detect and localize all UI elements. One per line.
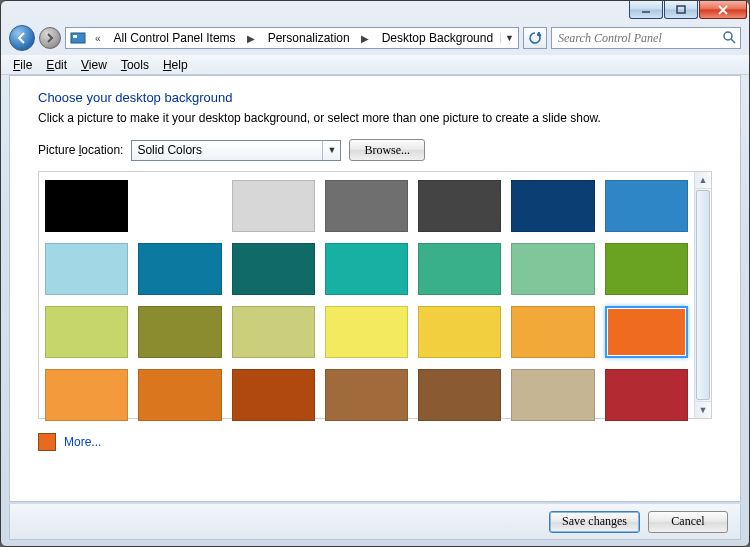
breadcrumb-item[interactable]: Desktop Background bbox=[374, 28, 499, 48]
footer-bar: Save changes Cancel bbox=[9, 504, 741, 540]
scroll-down-button[interactable]: ▼ bbox=[695, 401, 711, 418]
picture-location-combo[interactable]: Solid Colors ▼ bbox=[131, 140, 341, 161]
back-button[interactable] bbox=[9, 25, 35, 51]
menu-bar: File Edit View Tools Help bbox=[1, 55, 749, 75]
forward-button[interactable] bbox=[39, 27, 61, 49]
menu-help[interactable]: Help bbox=[157, 57, 194, 73]
svg-point-7 bbox=[724, 32, 732, 40]
color-swatch[interactable] bbox=[45, 369, 128, 421]
search-input[interactable] bbox=[552, 31, 718, 46]
color-swatch[interactable] bbox=[511, 369, 594, 421]
color-swatch[interactable] bbox=[138, 306, 221, 358]
menu-view[interactable]: View bbox=[75, 57, 113, 73]
svg-rect-5 bbox=[73, 35, 77, 38]
maximize-button[interactable] bbox=[664, 1, 698, 19]
color-palette-panel: ▲ ▼ bbox=[38, 171, 712, 419]
color-swatch[interactable] bbox=[325, 369, 408, 421]
breadcrumb-item[interactable]: Personalization bbox=[260, 28, 356, 48]
location-icon bbox=[66, 28, 90, 48]
menu-edit[interactable]: Edit bbox=[40, 57, 73, 73]
search-box[interactable] bbox=[551, 27, 741, 49]
color-swatch[interactable] bbox=[45, 180, 128, 232]
color-palette bbox=[39, 172, 694, 418]
breadcrumb-overflow[interactable]: « bbox=[90, 33, 106, 44]
window-frame: « All Control Panel Items ▶ Personalizat… bbox=[0, 0, 750, 547]
more-colors-link[interactable]: More... bbox=[64, 435, 101, 449]
color-swatch[interactable] bbox=[418, 243, 501, 295]
save-changes-button[interactable]: Save changes bbox=[549, 511, 640, 533]
color-swatch[interactable] bbox=[325, 243, 408, 295]
color-swatch[interactable] bbox=[511, 306, 594, 358]
color-swatch[interactable] bbox=[605, 369, 688, 421]
scroll-up-button[interactable]: ▲ bbox=[695, 172, 711, 189]
chevron-down-icon: ▼ bbox=[322, 141, 340, 160]
color-swatch[interactable] bbox=[511, 180, 594, 232]
page-subtitle: Click a picture to make it your desktop … bbox=[38, 111, 712, 125]
current-color-swatch bbox=[38, 433, 56, 451]
color-swatch[interactable] bbox=[325, 180, 408, 232]
page-title: Choose your desktop background bbox=[38, 90, 712, 105]
color-swatch[interactable] bbox=[232, 369, 315, 421]
svg-line-8 bbox=[731, 39, 735, 43]
minimize-button[interactable] bbox=[629, 1, 663, 19]
color-swatch[interactable] bbox=[511, 243, 594, 295]
picture-location-row: Picture location: Solid Colors ▼ Browse.… bbox=[38, 139, 712, 161]
color-swatch[interactable] bbox=[232, 180, 315, 232]
more-colors-row: More... bbox=[38, 433, 712, 451]
breadcrumb-item[interactable]: All Control Panel Items bbox=[106, 28, 242, 48]
picture-location-label: Picture location: bbox=[38, 143, 123, 157]
color-swatch[interactable] bbox=[605, 243, 688, 295]
color-swatch[interactable] bbox=[418, 369, 501, 421]
menu-tools[interactable]: Tools bbox=[115, 57, 155, 73]
svg-rect-1 bbox=[677, 6, 685, 13]
color-swatch[interactable] bbox=[138, 369, 221, 421]
breadcrumb[interactable]: « All Control Panel Items ▶ Personalizat… bbox=[65, 27, 519, 49]
titlebar bbox=[1, 1, 749, 21]
color-swatch[interactable] bbox=[45, 306, 128, 358]
color-swatch[interactable] bbox=[418, 306, 501, 358]
chevron-right-icon: ▶ bbox=[356, 33, 374, 44]
svg-marker-6 bbox=[537, 32, 541, 36]
cancel-button[interactable]: Cancel bbox=[648, 511, 728, 533]
picture-location-value: Solid Colors bbox=[137, 143, 202, 157]
browse-button[interactable]: Browse... bbox=[349, 139, 425, 161]
menu-file[interactable]: File bbox=[7, 57, 38, 73]
scroll-thumb[interactable] bbox=[696, 190, 710, 400]
scrollbar[interactable]: ▲ ▼ bbox=[694, 172, 711, 418]
color-swatch[interactable] bbox=[45, 243, 128, 295]
color-swatch[interactable] bbox=[232, 243, 315, 295]
navigation-bar: « All Control Panel Items ▶ Personalizat… bbox=[1, 21, 749, 55]
color-swatch[interactable] bbox=[605, 306, 688, 358]
color-swatch[interactable] bbox=[418, 180, 501, 232]
color-swatch[interactable] bbox=[138, 243, 221, 295]
content-pane: Choose your desktop background Click a p… bbox=[9, 75, 741, 502]
breadcrumb-dropdown[interactable]: ▼ bbox=[500, 33, 518, 43]
chevron-right-icon: ▶ bbox=[242, 33, 260, 44]
color-swatch[interactable] bbox=[325, 306, 408, 358]
search-icon[interactable] bbox=[718, 30, 740, 47]
color-swatch[interactable] bbox=[605, 180, 688, 232]
color-swatch[interactable] bbox=[232, 306, 315, 358]
close-button[interactable] bbox=[699, 1, 747, 19]
refresh-button[interactable] bbox=[523, 27, 547, 49]
